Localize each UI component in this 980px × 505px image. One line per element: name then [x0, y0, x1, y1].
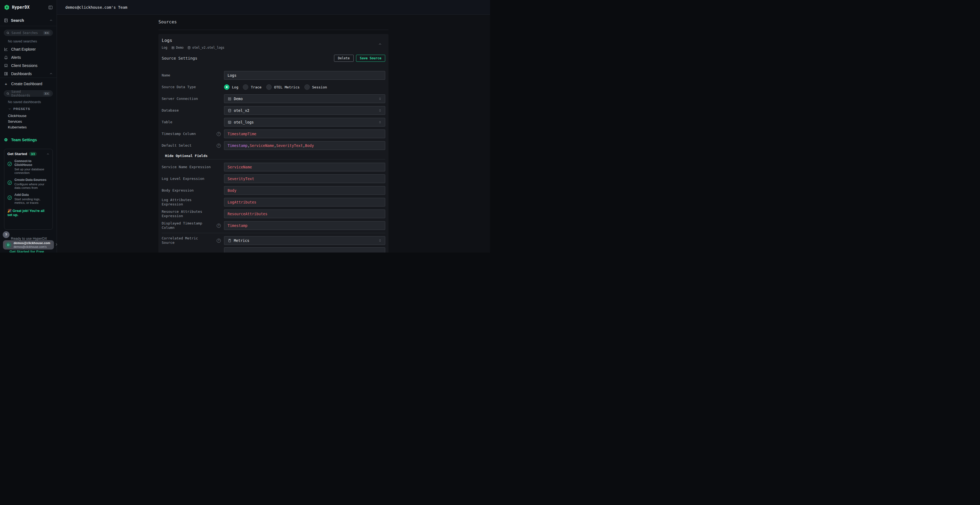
gear-icon: ⚙ [4, 137, 8, 142]
get-started-item-desc: Set up your database connection [14, 168, 49, 175]
field-row-body-expression: Body Expression Body [162, 186, 385, 195]
preset-item-kubernetes[interactable]: Kubernetes [0, 124, 57, 130]
service-name-expression-input[interactable]: ServiceName [224, 163, 385, 172]
get-started-item[interactable]: Connect to ClickHouse Set up your databa… [7, 159, 49, 175]
source-card-logs: Logs Log Demo otel_v2.otel_logs Source S… [158, 34, 388, 252]
sidebar-item-team-settings[interactable]: ⚙ Team Settings [0, 136, 57, 144]
database-icon [187, 46, 191, 49]
user-menu[interactable]: D demos@clickhouse.com demos@clickhouse.… [3, 240, 54, 249]
field-row-log-level-expression: Log Level Expression SeverityText [162, 175, 385, 183]
table-icon [228, 120, 232, 124]
select-chevrons-icon [379, 239, 382, 243]
chevron-right-icon[interactable] [54, 243, 59, 246]
body-expression-input[interactable]: Body [224, 186, 385, 195]
field-label: Name [162, 73, 170, 78]
sidebar-item-dashboards[interactable]: Dashboards [0, 70, 57, 78]
partial-input[interactable] [224, 247, 385, 252]
field-row-log-attributes-expression: Log Attributes Expression LogAttributes [162, 198, 385, 206]
displayed-timestamp-column-input[interactable]: Timestamp [224, 221, 385, 230]
chevron-up-icon[interactable] [378, 42, 382, 46]
user-team: demos@clickhouse.com's [14, 245, 50, 249]
field-label: Database [162, 108, 179, 113]
get-started-free-link[interactable]: Get Started for Free [10, 249, 44, 252]
saved-dashboards-input[interactable]: Saved Dashboards ⌘K [4, 91, 53, 97]
chevron-up-icon[interactable] [49, 19, 53, 22]
create-dashboard-button[interactable]: + Create Dashboard [0, 80, 57, 88]
team-settings-label: Team Settings [11, 138, 37, 142]
cmd-k-badge: ⌘K [43, 31, 50, 35]
get-started-item[interactable]: Create Data Sources Configure where your… [7, 178, 49, 190]
get-started-done-message: 🎉 Great job! You're all set up. [7, 209, 49, 218]
save-source-button[interactable]: Save Source [356, 55, 385, 62]
preset-item-clickhouse[interactable]: ClickHouse [0, 113, 57, 119]
radio-icon[interactable] [304, 84, 310, 90]
delete-button[interactable]: Delete [334, 55, 353, 62]
database-select[interactable]: otel_v2 [224, 106, 385, 115]
help-icon[interactable]: ? [217, 132, 221, 136]
connection-tag: Demo [171, 46, 184, 49]
radio-selected-icon[interactable] [224, 84, 229, 90]
bell-icon [4, 55, 8, 60]
log-attributes-expression-input[interactable]: LogAttributes [224, 198, 385, 206]
help-button[interactable]: ? [3, 231, 10, 238]
radio-option-trace[interactable]: Trace [243, 84, 261, 90]
radio-option-session[interactable]: Session [304, 84, 327, 90]
get-started-item[interactable]: Add Data Start sending logs, metrics, or… [7, 193, 49, 205]
brand[interactable]: HyperDX [4, 4, 30, 10]
help-icon[interactable]: ? [217, 144, 221, 148]
get-started-item-title: Add Data [14, 193, 49, 197]
field-label: Default Select [162, 143, 192, 148]
cmd-k-badge: ⌘K [43, 92, 50, 95]
name-input[interactable]: Logs [224, 71, 385, 80]
chevron-up-icon[interactable] [46, 152, 49, 156]
field-row-name: Name Logs [162, 71, 385, 80]
server-connection-select[interactable]: Demo [224, 94, 385, 103]
chart-icon [4, 47, 8, 51]
timestamp-column-input[interactable]: TimestampTime [224, 130, 385, 138]
sidebar-item-client-sessions[interactable]: Client Sessions [0, 62, 57, 70]
sidebar-item-alerts[interactable]: Alerts [0, 53, 57, 62]
select-chevrons-icon [379, 108, 382, 113]
presets-toggle[interactable]: PRESETS [0, 107, 57, 110]
topbar: demos@clickhouse.com's Team [57, 0, 490, 15]
check-circle-icon [7, 195, 12, 200]
radio-icon[interactable] [243, 84, 248, 90]
chevron-down-icon [8, 108, 11, 110]
sidebar-item-chart-explorer[interactable]: Chart Explorer [0, 45, 57, 53]
saved-searches-input[interactable]: Saved Searches ⌘K [4, 30, 53, 36]
team-title: demos@clickhouse.com's Team [65, 5, 127, 10]
select-chevrons-icon [379, 97, 382, 101]
resource-attributes-expression-input[interactable]: ResourceAttributes [224, 210, 385, 218]
field-row-server-connection: Server Connection Demo [162, 94, 385, 103]
chevron-up-icon[interactable] [49, 72, 53, 75]
source-data-type-radio-group: Log Trace OTEL Metrics [224, 84, 327, 90]
default-select-input[interactable]: Timestamp,ServiceName,SeverityText,Body [224, 141, 385, 150]
field-row-displayed-timestamp-column: Displayed Timestamp Column ? Timestamp [162, 221, 385, 230]
help-icon[interactable]: ? [217, 224, 221, 228]
sidebar-section-search[interactable]: Search [0, 15, 57, 26]
laptop-icon [4, 64, 8, 68]
preset-item-services[interactable]: Services [0, 119, 57, 124]
hide-optional-fields-toggle[interactable]: Hide Optional Fields [162, 153, 385, 158]
nav-label: Client Sessions [11, 64, 38, 68]
correlated-metric-source-select[interactable]: Metrics [224, 236, 385, 245]
field-row-database: Database otel_v2 [162, 106, 385, 115]
table-select[interactable]: otel_logs [224, 118, 385, 127]
log-level-expression-input[interactable]: SeverityText [224, 175, 385, 183]
sidebar-collapse-icon[interactable] [48, 5, 53, 10]
section-title: Source Settings [162, 56, 197, 60]
help-icon[interactable]: ? [217, 239, 221, 243]
radio-icon[interactable] [266, 84, 272, 90]
field-label: Resource Attributes Expression [162, 210, 212, 218]
search-section-label: Search [11, 18, 24, 22]
field-row-partial [162, 247, 385, 252]
radio-option-otel-metrics[interactable]: OTEL Metrics [266, 84, 300, 90]
radio-option-log[interactable]: Log [224, 84, 238, 90]
sidebar: HyperDX Search Saved Searches ⌘K No save… [0, 0, 57, 252]
get-started-item-title: Connect to ClickHouse [14, 159, 49, 167]
presets-label: PRESETS [13, 107, 30, 110]
field-label: Timestamp Column [162, 132, 196, 136]
check-circle-icon [7, 162, 12, 166]
app-screen: HyperDX Search Saved Searches ⌘K No save… [0, 0, 490, 252]
plus-icon: + [4, 82, 8, 86]
